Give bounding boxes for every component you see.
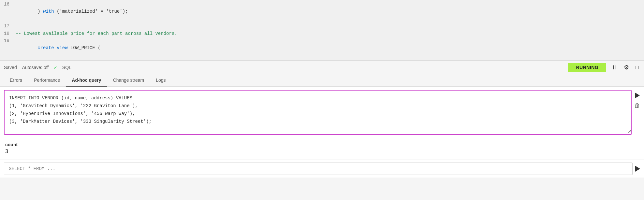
sql-label: SQL (62, 65, 71, 70)
pause-button[interactable]: ⏸ (610, 64, 619, 72)
tab-performance[interactable]: Performance (28, 74, 66, 87)
expand-icon: □ (636, 64, 639, 70)
trash-icon: 🗑 (634, 102, 640, 109)
saved-label: Saved (4, 65, 17, 70)
run-query-button[interactable] (634, 93, 640, 98)
settings-button[interactable]: ⚙ (622, 63, 630, 72)
expand-button[interactable]: □ (634, 64, 640, 71)
tab-bar: Errors Performance Ad-hoc query Change s… (0, 74, 644, 87)
line-num-19: 19 (4, 37, 16, 44)
tab-adhoc-query[interactable]: Ad-hoc query (66, 74, 107, 87)
autosave-label: Autosave: off (22, 65, 49, 70)
tab-change-stream[interactable]: Change stream (107, 74, 150, 87)
query-textarea[interactable]: INSERT INTO VENDOR (id, name, address) V… (5, 91, 631, 133)
code-text-18: -- Lowest available price for each part … (16, 30, 177, 37)
query-block: INSERT INTO VENDOR (id, name, address) V… (0, 87, 644, 138)
bottom-query-block (0, 160, 644, 178)
code-editor-top: 16 ) with ('materialized' = 'true'); 17 … (0, 0, 644, 61)
delete-query-button[interactable]: 🗑 (634, 102, 640, 109)
query-actions: 🗑 (634, 90, 640, 109)
running-button[interactable]: RUNNING (568, 63, 606, 72)
checkmark-icon: ✓ (54, 64, 57, 71)
line-num-18: 18 (4, 30, 16, 37)
gear-icon: ⚙ (624, 64, 629, 71)
toolbar-right: RUNNING ⏸ ⚙ □ (568, 63, 640, 72)
toolbar: Saved Autosave: off ✓ SQL RUNNING ⏸ ⚙ □ (0, 61, 644, 74)
bottom-query-input[interactable] (4, 163, 632, 175)
code-line-16: 16 ) with ('materialized' = 'true'); (0, 1, 644, 22)
bottom-run-button[interactable] (635, 166, 640, 172)
query-textarea-wrapper: INSERT INTO VENDOR (id, name, address) V… (4, 90, 632, 135)
results-value: 3 (5, 149, 639, 154)
line-num-17: 17 (4, 22, 16, 30)
results-label: count (5, 142, 639, 147)
code-line-19: 19 create view LOW_PRICE ( (0, 37, 644, 59)
tab-logs[interactable]: Logs (150, 74, 171, 87)
code-lines: 16 ) with ('materialized' = 'true'); 17 … (0, 0, 644, 60)
code-line-17: 17 (0, 22, 644, 30)
code-text-17 (16, 22, 18, 30)
code-line-18: 18 -- Lowest available price for each pa… (0, 30, 644, 37)
pause-icon: ⏸ (611, 64, 617, 71)
tab-errors[interactable]: Errors (4, 74, 28, 87)
bottom-input-wrapper (4, 163, 633, 175)
toolbar-left: Saved Autosave: off ✓ SQL (4, 64, 563, 71)
line-num-16: 16 (4, 1, 16, 8)
results-area: count 3 (0, 138, 644, 158)
main-content: INSERT INTO VENDOR (id, name, address) V… (0, 87, 644, 178)
code-text-19: create view LOW_PRICE ( (16, 37, 100, 59)
code-text-16: ) with ('materialized' = 'true'); (16, 1, 128, 22)
